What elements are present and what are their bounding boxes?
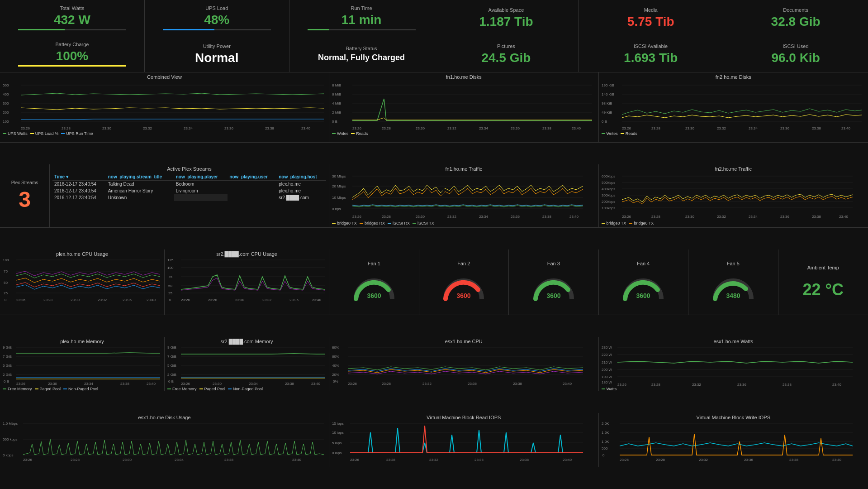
ups-load-value: 48% [204, 13, 229, 27]
svg-text:23:26: 23:26 [352, 215, 362, 219]
svg-text:10 Mbps: 10 Mbps [332, 196, 346, 200]
svg-text:23:38: 23:38 [285, 382, 294, 386]
svg-text:23:40: 23:40 [301, 126, 311, 130]
svg-text:49 KiB: 49 KiB [602, 110, 612, 115]
svg-text:23:28: 23:28 [651, 215, 661, 219]
svg-text:23:36: 23:36 [744, 458, 754, 462]
fn1-disks-chart: 8 MiB 6 MiB 4 MiB 2 MiB 0 B 23:26 23:28 … [332, 81, 594, 130]
svg-text:50: 50 [168, 284, 172, 288]
combined-view-panel: Combined View 500 400 300 200 100 [0, 72, 329, 142]
utility-power-value: Normal [195, 51, 238, 65]
svg-text:1.5K: 1.5K [602, 431, 609, 435]
svg-text:23:36: 23:36 [474, 458, 484, 462]
svg-text:23:28: 23:28 [656, 458, 665, 462]
svg-text:9 GiB: 9 GiB [167, 345, 176, 350]
utility-power-label: Utility Power [203, 43, 231, 49]
svg-text:23:30: 23:30 [213, 382, 222, 386]
svg-text:23:40: 23:40 [832, 383, 842, 386]
fan3-label: Fan 3 [547, 261, 560, 266]
fan5-gauge: 3480 [708, 267, 758, 303]
table-row: 2016-12-17 23:40:54 Talking Dead Bedroom… [52, 181, 326, 188]
svg-text:0%: 0% [333, 379, 338, 384]
vm-write-iops-panel: Virtual Machine Block Write IOPS 2.0K 1.… [599, 413, 868, 467]
sr2-cpu-chart: 125 100 75 50 25 0 23:26 23:28 23:30 23:… [167, 258, 326, 303]
vm-read-iops-title: Virtual Machine Block Read IOPS [332, 415, 596, 420]
svg-text:23:32: 23:32 [717, 215, 726, 219]
svg-text:75: 75 [4, 269, 8, 273]
svg-text:23:26: 23:26 [181, 298, 190, 302]
metric-available-space: Available Space 1.187 Tib [434, 0, 579, 36]
svg-text:25: 25 [4, 291, 8, 295]
esx1-disk-panel: esx1.ho.me Disk Usage 1.0 Mbps 500 kbps … [0, 413, 329, 467]
svg-text:23:28: 23:28 [651, 126, 661, 130]
svg-text:23:28: 23:28 [71, 458, 80, 462]
fan4-gauge: 3600 [618, 267, 668, 303]
svg-text:3600: 3600 [457, 292, 471, 299]
svg-text:23:32: 23:32 [447, 126, 457, 130]
svg-text:23:26: 23:26 [21, 126, 30, 130]
svg-text:23:32: 23:32 [98, 298, 107, 302]
col-host: now_playing.host [277, 173, 326, 181]
available-space-value: 1.187 Tib [479, 14, 533, 29]
battery-bar [18, 65, 126, 67]
col-title: now_playing.stream_title [106, 173, 174, 181]
esx1-watts-chart: 230 W 220 W 210 W 200 W 190 W 180 W 23:2… [602, 345, 855, 386]
svg-text:23:36: 23:36 [511, 126, 520, 130]
documents-label: Documents [783, 7, 808, 13]
plex-cpu-title: plex.ho.me CPU Usage [3, 251, 161, 257]
svg-text:1.0 Mbps: 1.0 Mbps [3, 422, 18, 426]
svg-text:400: 400 [3, 92, 9, 96]
table-row: 2016-12-17 23:40:54 Unknown sr2.████.com [52, 194, 326, 201]
ambient-temp-panel: Ambient Temp 22 °C [778, 249, 868, 315]
run-time-value: 11 min [342, 13, 382, 27]
fan4-panel: Fan 4 3600 [599, 249, 689, 315]
svg-text:500kbps: 500kbps [602, 181, 615, 185]
svg-text:23:28: 23:28 [382, 126, 391, 130]
svg-text:23:38: 23:38 [789, 458, 799, 462]
col-user: now_playing.user [228, 173, 277, 181]
svg-text:23:26: 23:26 [16, 382, 26, 386]
svg-text:23:32: 23:32 [429, 458, 439, 462]
svg-text:50: 50 [4, 281, 8, 285]
svg-text:98 KiB: 98 KiB [602, 101, 612, 105]
disk-iops-row: esx1.ho.me Disk Usage 1.0 Mbps 500 kbps … [0, 413, 868, 467]
svg-text:23:38: 23:38 [542, 126, 552, 130]
svg-text:23:30: 23:30 [123, 458, 132, 462]
svg-text:180 W: 180 W [602, 380, 612, 384]
svg-text:125: 125 [167, 258, 174, 262]
svg-text:2 GiB: 2 GiB [3, 373, 12, 377]
esx1-watts-title: esx1.ho.me Watts [602, 339, 866, 344]
svg-text:23:30: 23:30 [102, 126, 112, 130]
plex-left-panel: Plex Streams 3 Active Plex Streams Time … [0, 164, 329, 227]
svg-text:210 W: 210 W [602, 360, 612, 364]
svg-text:200kbps: 200kbps [602, 200, 615, 204]
svg-text:23:32: 23:32 [692, 383, 702, 386]
sr2-memory-legend: Free Memory Paged Pool Non-Paged Pool [167, 387, 326, 391]
svg-text:20 Mbps: 20 Mbps [332, 184, 346, 188]
fn1-traffic-chart: 30 Mbps 20 Mbps 10 Mbps 0 bps 23:26 23:2… [332, 173, 585, 220]
fn1-disks-legend: Writes Reads [332, 131, 596, 136]
svg-text:23:32: 23:32 [699, 458, 708, 462]
ups-load-bar [163, 29, 271, 30]
svg-text:100: 100 [167, 266, 174, 270]
esx1-watts-legend: Watts [602, 387, 866, 391]
svg-text:7 GiB: 7 GiB [167, 355, 176, 359]
svg-text:200: 200 [3, 110, 9, 115]
iscsi-used-label: iSCSI Used [783, 43, 809, 49]
fn1-traffic-legend: bridge0 TX bridge0 RX iSCSI RX iSCSI TX [332, 221, 596, 225]
combined-view-legend: UPS Watts UPS Load % UPS Run Time [3, 131, 326, 136]
documents-value: 32.8 Gib [771, 14, 821, 29]
svg-text:400kbps: 400kbps [602, 187, 615, 191]
combined-view-title: Combined View [3, 74, 326, 80]
run-time-label: Run Time [351, 5, 372, 11]
svg-text:40%: 40% [332, 364, 339, 368]
fan3-panel: Fan 3 3600 [509, 249, 599, 315]
svg-text:500 kbps: 500 kbps [3, 437, 17, 441]
svg-text:23:36: 23:36 [468, 382, 477, 386]
fn2-disks-title: fn2.ho.me Disks [602, 74, 866, 80]
plex-cpu-chart: 100 75 50 25 0 23:26 23:28 23:30 23:32 2… [3, 258, 161, 303]
run-time-bar [308, 29, 416, 30]
svg-text:23:30: 23:30 [685, 215, 695, 219]
fan2-label: Fan 2 [457, 261, 470, 266]
col-player: now_playing.player [174, 173, 228, 181]
